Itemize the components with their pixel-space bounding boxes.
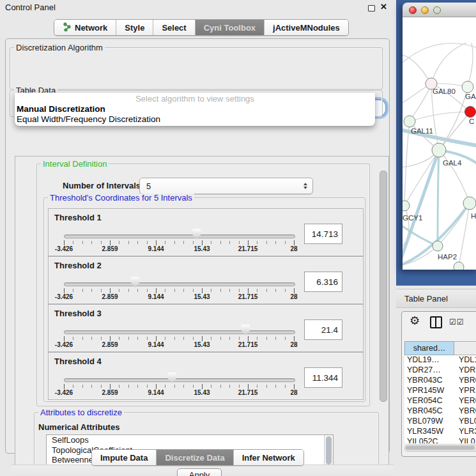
network-node-gal4[interactable]: [432, 143, 446, 157]
slider-track[interactable]: [64, 282, 295, 286]
network-window-titlebar: [403, 3, 476, 17]
tick-label: 15.43: [194, 341, 210, 348]
tab-style[interactable]: Style: [116, 20, 153, 35]
tab-label: Network: [75, 23, 107, 33]
network-node-hap2[interactable]: [433, 241, 443, 251]
viewport-scrollbar[interactable]: [380, 171, 387, 402]
table-rows: YDL19…YDL1YDR27…YDR2YBR043CYBR0YPR145WYP…: [404, 355, 476, 443]
slider-track[interactable]: [64, 234, 295, 238]
checkboxes-icon[interactable]: ☑☑: [449, 318, 464, 326]
table-hscrollbar[interactable]: [404, 445, 476, 452]
tab-impute-data[interactable]: Impute Data: [92, 450, 156, 465]
network-node-label: GAL80: [433, 88, 456, 95]
slider-ticks: [64, 337, 295, 340]
major-tick: [64, 288, 65, 293]
major-tick: [156, 384, 157, 389]
attribute-item-selfloops[interactable]: SelfLoops: [47, 435, 333, 445]
num-intervals-value: 5: [140, 181, 151, 191]
tab-discretize-data[interactable]: Discretize Data: [156, 450, 233, 465]
tab-jactivemnodules[interactable]: jActiveMNodules: [264, 20, 348, 35]
tick-label: 15.43: [194, 389, 210, 396]
table-row[interactable]: YDR27…YDR2: [404, 365, 476, 376]
table-row[interactable]: YER054CYER0: [404, 396, 476, 406]
network-node[interactable]: [454, 262, 464, 270]
cell-shared-name: YPR145W: [404, 386, 455, 396]
table-panel: ⚙ ☑☑ shared… na YDL19…YDL1YDR27…YDR2YBR0…: [401, 311, 476, 457]
tab-label: jActiveMNodules: [273, 23, 340, 33]
threshold-label: Threshold 1: [54, 213, 102, 222]
major-tick: [110, 384, 111, 389]
slider-track[interactable]: [64, 378, 295, 382]
table-row[interactable]: YDL19…YDL1: [404, 355, 476, 365]
threshold-value-field[interactable]: 14.713: [304, 224, 342, 244]
tick-label: 21.715: [238, 341, 258, 348]
major-tick: [248, 288, 249, 293]
close-icon[interactable]: ✕: [380, 2, 387, 12]
split-columns-icon[interactable]: [430, 316, 442, 328]
column-header-shared[interactable]: shared…: [404, 341, 454, 355]
network-canvas[interactable]: GAL80GACGAL11GAL4GCY1HHAP2: [403, 17, 476, 270]
table-row[interactable]: YIL052CYIL0: [404, 437, 476, 443]
network-node-gcy1[interactable]: [403, 201, 410, 211]
network-node-label: H: [471, 212, 476, 220]
table-row[interactable]: YLR345WYLR3: [404, 427, 476, 437]
major-tick: [156, 288, 157, 293]
table-row[interactable]: YBR043CYBR0: [404, 376, 476, 386]
cell-name: YBR0: [455, 376, 476, 386]
attributes-scrollbar[interactable]: [324, 435, 333, 465]
settings-viewport: Interval Definition Number of Intervals …: [15, 156, 389, 465]
tab-cyni-toolbox[interactable]: Cyni Toolbox: [195, 20, 264, 35]
column-header-name[interactable]: na: [454, 341, 476, 355]
tab-select[interactable]: Select: [153, 20, 194, 35]
slider-track[interactable]: [64, 330, 295, 334]
major-tick: [110, 336, 111, 341]
num-intervals-combobox[interactable]: 5: [139, 178, 313, 194]
tick-label: 2.859: [102, 293, 118, 300]
network-node-label: C: [469, 118, 474, 125]
minimize-traffic-light-icon[interactable]: [421, 6, 429, 14]
tab-network[interactable]: Network: [54, 20, 116, 35]
cell-shared-name: YDR27…: [404, 365, 455, 376]
panel-title: Control Panel: [5, 3, 56, 12]
dropdown-option-manual-discretization[interactable]: Manual Discretization: [15, 104, 375, 114]
threshold-value-field[interactable]: 11.344: [304, 367, 342, 388]
float-window-icon[interactable]: [368, 5, 375, 12]
algorithm-group: Discretization Algorithm: [10, 47, 383, 89]
cell-shared-name: YBR045C: [404, 406, 455, 417]
threshold-panel: Threshold 4-3.4262.8599.14415.4321.71528…: [48, 352, 364, 400]
dropdown-option-equal-width-frequency-discretization[interactable]: Equal Width/Frequency Discretization: [15, 114, 375, 125]
tab-label: Style: [125, 23, 144, 33]
tick-label: 9.144: [148, 341, 164, 348]
slider-ticks: [64, 241, 295, 244]
table-row[interactable]: YPR145WYPR1: [404, 386, 476, 396]
cell-shared-name: YBR043C: [404, 376, 455, 386]
major-tick: [64, 240, 65, 245]
apply-button[interactable]: Apply: [177, 468, 222, 476]
table-panel-title: Table Panel: [404, 294, 448, 303]
threshold-label: Threshold 4: [54, 357, 102, 366]
control-panel-titlebar: Control Panel ✕: [0, 0, 396, 15]
gear-icon[interactable]: ⚙: [410, 314, 420, 328]
table-row[interactable]: YBR045CYBR0: [404, 406, 476, 417]
network-node-ga[interactable]: [462, 81, 473, 93]
major-tick: [294, 384, 295, 389]
cell-shared-name: YBL079W: [404, 417, 455, 427]
network-node-h[interactable]: [463, 197, 476, 210]
network-node-c[interactable]: [465, 107, 476, 118]
network-nodes: GAL80GACGAL11GAL4GCY1HHAP2: [403, 78, 476, 270]
major-tick: [202, 288, 203, 293]
tick-label: 2.859: [102, 389, 118, 396]
interval-definition-group: Interval Definition Number of Intervals …: [36, 164, 370, 406]
close-traffic-light-icon[interactable]: [409, 6, 417, 14]
tab-label: Cyni Toolbox: [204, 23, 256, 33]
network-node-gal11[interactable]: [404, 116, 415, 127]
tab-infer-network[interactable]: Infer Network: [233, 450, 303, 465]
threshold-value-field[interactable]: 21.4: [304, 319, 342, 340]
threshold-value-field[interactable]: 6.316: [304, 272, 342, 292]
bottom-tab-bar: Impute DataDiscretize DataInfer Network: [91, 449, 304, 466]
zoom-traffic-light-icon[interactable]: [433, 6, 441, 14]
cyni-toolbox-panel: Discretization Algorithm Select algorith…: [5, 38, 390, 454]
table-row[interactable]: YBL079WYBL0: [404, 417, 476, 427]
tick-label: 21.715: [238, 293, 258, 300]
major-tick: [248, 240, 249, 245]
